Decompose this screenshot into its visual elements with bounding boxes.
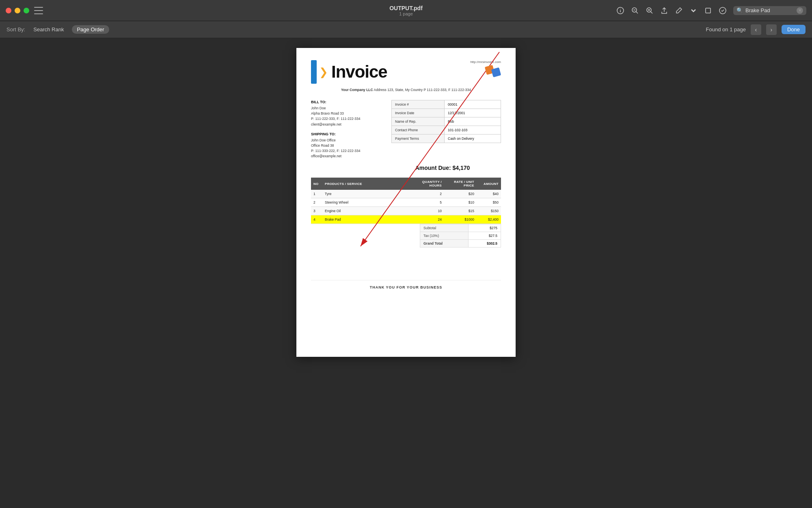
search-box[interactable]: 🔍 ✕ [733,6,806,15]
line-item-row: 3 Engine Oil 10 $15 $150 [311,207,501,215]
total-value: $302.5 [469,240,501,247]
billing-info-section: BILL TO: John Doe Alpha Bravo Road 33 P:… [311,100,501,159]
svg-rect-10 [706,8,710,13]
info-value: Cash on Delivery [445,135,501,143]
products-table: NO PRODUCTS / SERVICE QUANTITY / HOURS R… [311,178,501,224]
company-logo [486,65,501,78]
item-rate: $20 [444,190,477,198]
invoice-url: http://mrsinvoice.com [470,60,501,64]
line-item-row: 1 Tyre 2 $20 $40 [311,190,501,198]
item-no: 1 [311,190,322,198]
bill-to-email: client@example.net [311,122,385,127]
invoice-right: http://mrsinvoice.com [470,60,501,78]
info-table-row: Name of Rep.Bob [392,117,501,126]
item-rate: $10 [444,198,477,207]
item-no: 3 [311,207,322,215]
line-item-row: 2 Steering Wheel 5 $10 $50 [311,198,501,207]
bill-to-name: John Doe [311,106,385,111]
crop-icon[interactable] [704,7,712,15]
zoom-out-icon[interactable] [631,7,639,15]
markup-icon[interactable] [719,7,727,15]
item-amount: $150 [477,207,501,215]
bill-to-phone: P: 111-222-333, F: 111-222-334 [311,116,385,122]
maximize-button[interactable] [24,8,29,13]
total-label: Grand Total [420,240,469,247]
item-amount: $40 [477,190,501,198]
info-icon[interactable] [616,7,624,15]
sort-rank-button[interactable]: Search Rank [30,25,67,34]
thank-you: THANK YOU FOR YOUR BUSINESS [311,280,501,289]
col-no: NO [311,178,322,190]
info-label: Contact Phone [392,126,445,135]
col-qty: QUANTITY / HOURS [412,178,444,190]
info-value: 101-102-103 [445,126,501,135]
item-rate: $15 [444,207,477,215]
info-table-row: Invoice Date12/12/2001 [392,109,501,117]
info-table: Invoice #00001Invoice Date12/12/2001Name… [391,100,501,143]
searchbar: Sort By: Search Rank Page Order Found on… [0,21,812,38]
item-product: Engine Oil [322,207,412,215]
invoice-info-table: Invoice #00001Invoice Date12/12/2001Name… [391,100,501,159]
sort-page-button[interactable]: Page Order [72,25,109,34]
info-value: 00001 [445,100,501,109]
done-button[interactable]: Done [782,25,806,34]
close-button[interactable] [6,8,11,13]
info-table-row: Payment TermsCash on Delivery [392,135,501,143]
ship-to-email: office@example.net [311,154,385,159]
item-product: Brake Pad [322,215,412,224]
info-label: Name of Rep. [392,117,445,126]
sidebar-toggle[interactable] [34,7,43,14]
invoice-title: Invoice [331,62,387,82]
info-label: Invoice Date [392,109,445,117]
bill-to-label: BILL TO: [311,100,385,104]
item-qty: 5 [412,198,444,207]
info-value: 12/12/2001 [445,109,501,117]
invoice-header: ❯ Invoice http://mrsinvoice.com [311,60,501,84]
logo-chevron: ❯ [319,67,328,77]
zoom-in-icon[interactable] [646,7,654,15]
share-icon[interactable] [660,7,668,15]
svg-line-7 [651,11,653,13]
chevron-down-icon[interactable] [689,7,698,15]
pen-icon[interactable] [675,7,683,15]
main-content: ❯ Invoice http://mrsinvoice.com Your Com… [0,38,812,508]
next-result-button[interactable]: › [766,24,777,35]
item-product: Tyre [322,190,412,198]
total-label: Tax (10%) [420,232,469,240]
bill-to-address: Alpha Bravo Road 33 [311,111,385,116]
col-amount: AMOUNT [477,178,501,190]
bill-to-block: BILL TO: John Doe Alpha Bravo Road 33 P:… [311,100,385,127]
total-label: Subtotal [420,224,469,232]
company-address: Address 123, State, My Country P 111-222… [374,88,471,92]
ship-to-content: John Doe Office Office Road 38 P: 111-33… [311,138,385,159]
minimize-button[interactable] [15,8,20,13]
totals-row: Subtotal$275 [420,224,501,232]
prev-result-button[interactable]: ‹ [751,24,761,35]
filename-label: OUTPUT.pdf [389,5,423,11]
info-table-row: Contact Phone101-102-103 [392,126,501,135]
amount-due: Amount Due: $4,170 [384,165,501,171]
item-no: 4 [311,215,322,224]
pages-label: 1 page [389,11,423,16]
titlebar: OUTPUT.pdf 1 page 🔍 ✕ [0,0,812,21]
svg-line-4 [636,11,638,13]
line-item-row: 4 Brake Pad 24 $1000 $2,400 [311,215,501,224]
billing-col: BILL TO: John Doe Alpha Bravo Road 33 P:… [311,100,385,159]
col-product: PRODUCTS / SERVICE [322,178,412,190]
item-qty: 24 [412,215,444,224]
ship-to-name: John Doe Office [311,138,385,143]
info-label: Invoice # [392,100,445,109]
logo-area: ❯ Invoice [311,60,387,84]
logo-bar [311,60,317,84]
search-clear-icon[interactable]: ✕ [797,7,803,14]
info-table-row: Invoice #00001 [392,100,501,109]
total-value: $27.5 [469,232,501,240]
item-amount: $50 [477,198,501,207]
company-info: Your Company LLC Address 123, State, My … [311,88,501,92]
totals-table: Subtotal$275Tax (10%)$27.5Grand Total$30… [420,224,501,247]
ship-to-phone: P: 111-333-222, F: 122-222-334 [311,148,385,154]
item-qty: 2 [412,190,444,198]
products-section: NO PRODUCTS / SERVICE QUANTITY / HOURS R… [311,178,501,224]
search-icon: 🔍 [736,7,743,13]
search-input[interactable] [745,7,794,13]
